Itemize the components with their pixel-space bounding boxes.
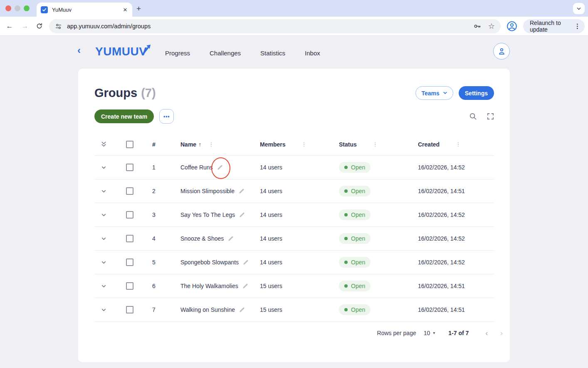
table-row: 5 Spongebob Slowpants 14 users Open 16/0… xyxy=(94,251,494,274)
nav-item-challenges[interactable]: Challenges xyxy=(210,50,241,57)
new-tab-button[interactable]: + xyxy=(133,3,144,14)
rows-per-page-select[interactable]: 10 ▾ xyxy=(424,330,435,336)
column-header-name[interactable]: Name ↑ ⋮ xyxy=(175,141,254,148)
create-new-team-button[interactable]: Create new team xyxy=(94,109,154,123)
row-expand-chevron-icon[interactable] xyxy=(101,188,107,194)
tab-close-icon[interactable]: × xyxy=(123,6,127,13)
url-text[interactable]: app.yumuuv.com/admin/groups xyxy=(67,23,473,30)
column-header-status[interactable]: Status ⋮ xyxy=(333,141,412,148)
nav-item-inbox[interactable]: Inbox xyxy=(305,50,320,57)
back-button[interactable]: ← xyxy=(4,17,15,35)
column-menu-kebab-icon[interactable]: ⋮ xyxy=(373,141,378,147)
edit-pencil-icon[interactable] xyxy=(239,306,245,313)
table-header-row: # Name ↑ ⋮ Members ⋮ Status ⋮ xyxy=(94,133,494,156)
site-settings-icon[interactable] xyxy=(55,23,62,30)
row-checkbox[interactable] xyxy=(126,282,133,290)
edit-pencil-icon[interactable] xyxy=(239,211,245,218)
row-index: 5 xyxy=(146,259,175,266)
group-count: (7) xyxy=(141,86,156,99)
row-checkbox[interactable] xyxy=(126,187,133,195)
edit-pencil-icon[interactable] xyxy=(242,283,249,289)
edit-pencil-icon[interactable] xyxy=(242,259,249,266)
teams-dropdown-button[interactable]: Teams xyxy=(415,86,453,100)
groups-table: # Name ↑ ⋮ Members ⋮ Status ⋮ xyxy=(94,133,494,322)
browser-tab[interactable]: YuMuuv × xyxy=(37,2,132,17)
group-name: Say Yes To The Legs xyxy=(180,211,235,218)
status-badge: Open xyxy=(339,186,371,196)
row-checkbox[interactable] xyxy=(126,164,133,171)
browser-menu-kebab-icon[interactable]: ⋮ xyxy=(574,22,581,30)
forward-button[interactable]: → xyxy=(19,17,31,35)
previous-page-button[interactable]: ‹ xyxy=(485,329,488,337)
group-name: The Holy Walkamolies xyxy=(180,283,238,289)
row-expand-chevron-icon[interactable] xyxy=(101,212,107,218)
members-count: 15 users xyxy=(254,283,333,289)
column-menu-kebab-icon[interactable]: ⋮ xyxy=(455,141,461,147)
table-row: 1 Coffee Runs 14 users Open 16/02/2026, … xyxy=(94,156,494,179)
relaunch-to-update-button[interactable]: Relaunch to update ⋮ xyxy=(523,19,585,33)
row-checkbox[interactable] xyxy=(126,259,133,266)
more-options-button[interactable]: ••• xyxy=(159,109,174,124)
table-row: 2 Mission Slimpossible 14 users Open 16/… xyxy=(94,179,494,203)
browser-toolbar: ← → app.yumuuv.com/admin/groups ☆ Relaun… xyxy=(0,17,588,36)
browser-window: YuMuuv × + ← → app.yumuuv.com/admin/grou… xyxy=(0,0,588,368)
group-name: Spongebob Slowpants xyxy=(180,259,239,266)
created-date: 16/02/2026, 14:52 xyxy=(412,235,494,242)
search-icon[interactable] xyxy=(469,112,477,120)
browser-profile-icon[interactable] xyxy=(506,20,517,32)
column-header-created[interactable]: Created ⋮ xyxy=(412,141,494,148)
edit-pencil-icon[interactable] xyxy=(217,164,223,171)
members-count: 14 users xyxy=(254,188,333,194)
expand-all-icon[interactable] xyxy=(100,141,107,148)
row-expand-chevron-icon[interactable] xyxy=(101,259,107,266)
row-index: 1 xyxy=(146,164,175,171)
yumuuv-logo[interactable]: YUMUUV xyxy=(95,44,151,57)
select-all-checkbox[interactable] xyxy=(126,141,133,148)
sort-asc-icon: ↑ xyxy=(198,141,201,148)
table-row: 7 Walking on Sunshine 15 users Open 16/0… xyxy=(94,298,494,322)
column-menu-kebab-icon[interactable]: ⋮ xyxy=(208,141,214,147)
row-expand-chevron-icon[interactable] xyxy=(101,164,107,171)
ellipsis-icon: ••• xyxy=(163,114,170,119)
pagination-range: 1-7 of 7 xyxy=(448,330,469,336)
row-expand-chevron-icon[interactable] xyxy=(101,283,107,289)
row-checkbox[interactable] xyxy=(126,235,133,242)
edit-pencil-icon[interactable] xyxy=(238,188,245,194)
row-expand-chevron-icon[interactable] xyxy=(101,236,107,242)
traffic-light-zoom[interactable] xyxy=(24,5,30,11)
tab-title: YuMuuv xyxy=(52,7,123,13)
table-footer: Rows per page 10 ▾ 1-7 of 7 ‹ › xyxy=(78,322,510,344)
created-date: 16/02/2026, 14:51 xyxy=(412,283,494,289)
row-checkbox[interactable] xyxy=(126,306,133,313)
edit-pencil-icon[interactable] xyxy=(227,235,234,242)
status-badge: Open xyxy=(339,162,371,173)
traffic-light-minimize[interactable] xyxy=(15,5,20,11)
tab-search-chevron-icon[interactable] xyxy=(573,3,585,14)
traffic-light-close[interactable] xyxy=(5,5,11,11)
yumuuv-favicon-icon xyxy=(41,6,48,13)
settings-button[interactable]: Settings xyxy=(459,86,494,100)
password-key-icon[interactable] xyxy=(473,22,482,30)
group-name: Mission Slimpossible xyxy=(180,188,235,194)
bookmark-star-icon[interactable]: ☆ xyxy=(488,22,495,30)
nav-item-statistics[interactable]: Statistics xyxy=(260,50,285,57)
column-menu-kebab-icon[interactable]: ⋮ xyxy=(301,141,306,147)
next-page-button[interactable]: › xyxy=(500,329,503,337)
nav-item-progress[interactable]: Progress xyxy=(165,50,190,57)
app-back-chevron[interactable]: ‹ xyxy=(77,45,81,56)
status-badge: Open xyxy=(339,233,371,244)
column-header-members[interactable]: Members ⋮ xyxy=(254,141,333,148)
page-title: Groups(7) xyxy=(94,86,156,100)
column-header-index[interactable]: # xyxy=(146,141,175,148)
status-dot-icon xyxy=(344,237,348,240)
row-checkbox[interactable] xyxy=(126,211,133,219)
fullscreen-icon[interactable] xyxy=(487,113,494,120)
row-index: 6 xyxy=(146,283,175,289)
status-dot-icon xyxy=(344,166,348,169)
status-dot-icon xyxy=(344,308,348,311)
address-bar[interactable]: app.yumuuv.com/admin/groups ☆ xyxy=(49,19,501,33)
row-expand-chevron-icon[interactable] xyxy=(101,307,107,313)
group-name: Snooze & Shoes xyxy=(180,235,224,242)
reload-button[interactable] xyxy=(33,17,45,35)
user-profile-button[interactable] xyxy=(493,43,510,60)
